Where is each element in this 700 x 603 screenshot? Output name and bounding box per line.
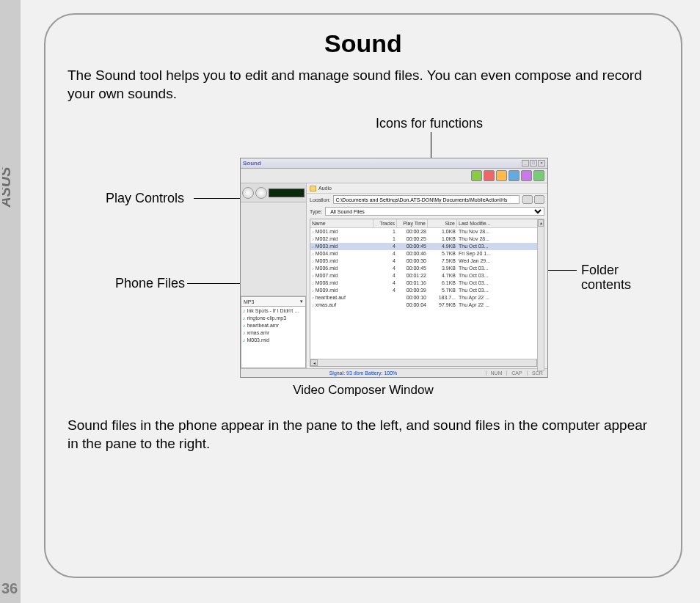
status-bar: Signal: 93 dbm Battery: 100% NUM CAP SCR (241, 368, 547, 377)
type-select[interactable]: All Sound Files (325, 207, 544, 216)
phone-file-list[interactable]: Ink Spots - If I Didn't …ringtone-clip.m… (241, 307, 306, 368)
phone-type-dropdown[interactable]: MP3▾ (241, 296, 306, 307)
folder-tab[interactable]: Audio (307, 183, 547, 194)
play-display (269, 189, 305, 197)
folder-icon (310, 186, 316, 191)
left-pane: MP3▾ Ink Spots - If I Didn't …ringtone-c… (241, 183, 307, 368)
col-playtime[interactable]: Play Time (397, 219, 428, 227)
play-button[interactable] (242, 187, 254, 199)
phone-file-item[interactable]: ringtone-clip.mp3 (243, 315, 304, 322)
col-name[interactable]: Name (310, 219, 373, 227)
window-titlebar: Sound _ □ × (241, 158, 547, 169)
callout-play: Play Controls (106, 191, 184, 206)
table-row[interactable]: M005.mid400:00:307.5KBWed Jan 29... (310, 257, 544, 265)
outro-text: Sound files in the phone appear in the p… (68, 417, 659, 453)
table-row[interactable]: M004.mid400:00:465.7KBFri Sep 20 1... (310, 250, 544, 257)
phone-type-label: MP3 (244, 299, 254, 304)
callout-line-play (194, 198, 245, 199)
table-row[interactable]: M006.mid400:00:453.9KBThu Oct 03... (310, 265, 544, 272)
toolbar-icon-3[interactable] (496, 170, 507, 181)
scroll-up-icon[interactable]: ▴ (538, 219, 544, 227)
table-row[interactable]: M009.mid400:00:395.7KBThu Oct 03... (310, 287, 544, 294)
figure-caption: Video Composer Window (68, 383, 659, 398)
page-title: Sound (68, 29, 659, 58)
phone-files-section: MP3▾ Ink Spots - If I Didn't …ringtone-c… (241, 296, 306, 368)
phone-file-item[interactable]: heartbeat.amr (243, 322, 304, 329)
browse-button[interactable] (534, 195, 544, 204)
callout-line-phone (187, 283, 246, 284)
col-size[interactable]: Size (428, 219, 457, 227)
minimize-button[interactable]: _ (522, 160, 529, 167)
location-label: Location: (310, 197, 330, 202)
toolbar-icon-2[interactable] (484, 170, 495, 181)
page-number: 36 (1, 580, 18, 597)
toolbar-icon-4[interactable] (508, 170, 519, 181)
file-table-header: Name Tracks Play Time Size Last Modifie.… (310, 219, 544, 228)
file-table[interactable]: Name Tracks Play Time Size Last Modifie.… (310, 219, 544, 367)
sound-app-window: Sound _ □ × (240, 158, 548, 378)
close-button[interactable]: × (538, 160, 545, 167)
table-row[interactable]: M002.mid100:00:251.0KBThu Nov 28... (310, 235, 544, 243)
callout-icons: Icons for functions (376, 116, 483, 131)
page-spine: ASUS 36 (0, 0, 21, 603)
right-pane: Audio Location: Type: All Sound Files (307, 183, 547, 368)
phone-file-item[interactable]: Ink Spots - If I Didn't … (243, 307, 304, 315)
toolbar-icon-1[interactable] (471, 170, 482, 181)
brand-logo: ASUS (1, 147, 19, 230)
table-row[interactable]: M008.mid400:01:166.1KBThu Oct 03... (310, 279, 544, 287)
toolbar (241, 169, 547, 183)
stop-button[interactable] (255, 187, 267, 199)
table-row[interactable]: M001.mid100:00:281.0KBThu Nov 28... (310, 228, 544, 235)
status-cap: CAP (506, 370, 527, 376)
callout-folder-l2: contents (581, 277, 631, 293)
table-row[interactable]: xmas.auf00:00:0497.9KBThu Apr 22 ... (310, 302, 544, 309)
content-frame: Sound The Sound tool helps you to edit a… (44, 13, 682, 578)
status-scr: SCR (527, 370, 547, 376)
up-folder-button[interactable] (522, 195, 533, 204)
toolbar-icon-5[interactable] (521, 170, 532, 181)
table-row[interactable]: M003.mid400:00:454.9KBThu Oct 03... (310, 243, 544, 250)
phone-file-item[interactable]: M003.mid (243, 337, 304, 344)
type-label: Type: (310, 209, 322, 214)
table-row[interactable]: M007.mid400:01:224.7KBThu Oct 03... (310, 272, 544, 279)
phone-file-item[interactable]: xmas.amr (243, 329, 304, 337)
v-scrollbar[interactable]: ▴ (537, 219, 544, 371)
callout-folder-l1: Folder (581, 263, 619, 278)
location-input[interactable] (333, 195, 519, 204)
toolbar-icon-6[interactable] (533, 170, 544, 181)
folder-tab-label: Audio (318, 186, 332, 191)
diagram-area: Icons for functions Play Controls Phone … (68, 110, 659, 403)
svg-text:ASUS: ASUS (2, 167, 13, 208)
h-scrollbar[interactable]: ◂ ▸ (310, 359, 544, 366)
table-row[interactable]: heartbeat.auf00:00:10183.7...Thu Apr 22 … (310, 294, 544, 302)
play-controls (241, 183, 306, 202)
callout-phone: Phone Files (115, 276, 185, 291)
status-signal: Signal: 93 dbm Battery: 100% (241, 370, 486, 376)
status-num: NUM (486, 370, 506, 376)
intro-text: The Sound tool helps you to edit and man… (68, 67, 659, 103)
col-date[interactable]: Last Modifie... (457, 219, 544, 227)
col-tracks[interactable]: Tracks (373, 219, 397, 227)
maximize-button[interactable]: □ (530, 160, 537, 167)
scroll-left-icon[interactable]: ◂ (310, 359, 318, 366)
window-title: Sound (243, 160, 261, 167)
